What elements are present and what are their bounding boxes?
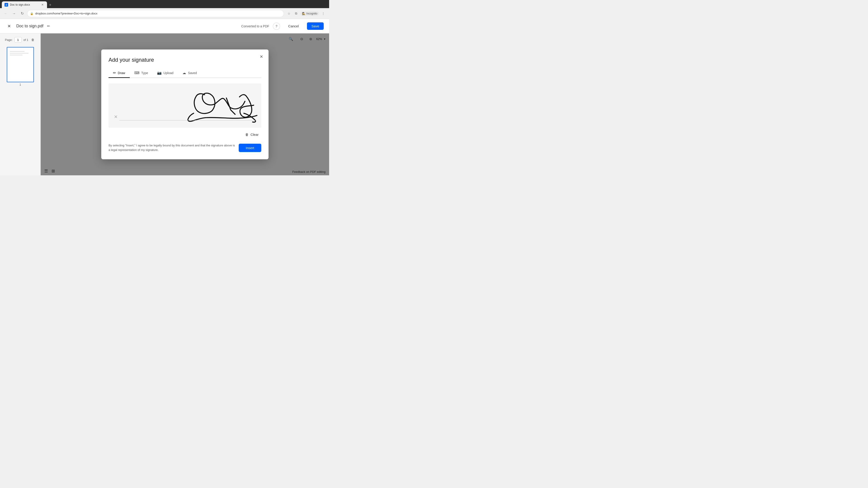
- delete-page-button[interactable]: 🗑: [30, 37, 35, 42]
- address-bar[interactable]: 🔒 dropbox.com/home?preview=Doc+to+sign.d…: [27, 10, 284, 17]
- signature-x-marker: ✕: [114, 114, 118, 120]
- modal-footer: By selecting "Insert," I agree to be leg…: [108, 143, 261, 152]
- url-text: dropbox.com/home?preview=Doc+to+sign.doc…: [35, 12, 281, 15]
- page-thumbnail-container: 1: [7, 47, 34, 86]
- draw-tab-icon: ✏: [113, 71, 116, 75]
- thumbnail-line-3: [10, 55, 22, 55]
- modal-title: Add your signature: [108, 57, 261, 63]
- clear-button[interactable]: 🗑 Clear: [243, 131, 261, 138]
- tab-upload[interactable]: 📷 Upload: [153, 68, 178, 78]
- signature-drawing: [108, 84, 261, 128]
- legal-text: By selecting "Insert," I agree to be leg…: [108, 143, 235, 152]
- clear-icon: 🗑: [245, 133, 249, 136]
- app-header-right: Converted to a PDF ? Cancel Save: [241, 22, 324, 30]
- main-content: 🔍 ⊖ ⊕ 62% ▾ ☰ ⊞ Feedback on PDF editing: [41, 33, 329, 175]
- modal-close-button[interactable]: ✕: [258, 53, 265, 60]
- lock-icon: 🔒: [30, 12, 33, 15]
- page-controls: Page: of 1 🗑: [5, 37, 36, 42]
- thumbnail-content: [10, 51, 31, 57]
- tab-saved[interactable]: ☁ Saved: [178, 68, 202, 78]
- browser-tab-bar: d Doc to sign.docx ✕ +: [0, 0, 329, 8]
- bookmark-button[interactable]: ☆: [286, 10, 292, 17]
- saved-tab-label: Saved: [188, 71, 197, 75]
- upload-tab-icon: 📷: [157, 71, 162, 75]
- app-close-button[interactable]: ✕: [5, 23, 13, 30]
- saved-tab-icon: ☁: [182, 71, 186, 75]
- tab-favicon: d: [4, 3, 8, 6]
- clear-label: Clear: [250, 133, 258, 136]
- app-header: ✕ Doc to sign.pdf ✏ Converted to a PDF ?…: [0, 19, 329, 33]
- new-tab-button[interactable]: +: [47, 2, 53, 8]
- forward-button[interactable]: →: [11, 10, 17, 17]
- signature-canvas[interactable]: ✕: [108, 84, 261, 128]
- tab-title: Doc to sign.docx: [10, 3, 39, 6]
- app-area: ✕ Doc to sign.pdf ✏ Converted to a PDF ?…: [0, 19, 329, 175]
- tab-draw[interactable]: ✏ Draw: [108, 68, 130, 78]
- upload-tab-label: Upload: [163, 71, 174, 75]
- refresh-button[interactable]: ↻: [19, 10, 25, 17]
- type-tab-icon: ⌨: [134, 71, 140, 75]
- incognito-label: Incognito: [306, 12, 317, 15]
- insert-button[interactable]: Insert: [239, 144, 261, 152]
- type-tab-label: Type: [141, 71, 148, 75]
- converted-label: Converted to a PDF: [241, 24, 269, 28]
- active-browser-tab[interactable]: d Doc to sign.docx ✕: [2, 1, 47, 8]
- address-bar-actions: ☆ ⧉ 🕵 Incognito ⋮: [286, 10, 327, 17]
- app-body: Page: of 1 🗑 1 🔍: [0, 33, 329, 175]
- refresh-icon: ↻: [21, 11, 24, 15]
- browser-menu-button[interactable]: ⋮: [320, 10, 327, 17]
- incognito-icon: 🕵: [302, 12, 305, 15]
- signature-tabs: ✏ Draw ⌨ Type 📷 Upload ☁: [108, 68, 261, 78]
- signature-modal: ✕ Add your signature ✏ Draw ⌨ Type: [101, 50, 269, 159]
- thumbnail-line-2: [10, 53, 29, 54]
- cancel-button[interactable]: Cancel: [284, 22, 303, 30]
- page-total-label: of 1: [24, 38, 29, 41]
- thumbnail-label: 1: [20, 83, 21, 86]
- incognito-badge: 🕵 Incognito: [300, 11, 319, 15]
- pip-button[interactable]: ⧉: [293, 10, 299, 17]
- actions-row: 🗑 Clear: [108, 131, 261, 138]
- signature-svg: [108, 86, 261, 125]
- signature-baseline: [119, 120, 256, 121]
- tab-type[interactable]: ⌨ Type: [130, 68, 153, 78]
- draw-tab-label: Draw: [118, 71, 125, 75]
- save-button[interactable]: Save: [307, 22, 324, 30]
- edit-title-button[interactable]: ✏: [47, 24, 50, 28]
- sidebar: Page: of 1 🗑 1: [0, 33, 41, 175]
- page-number-input[interactable]: [14, 37, 22, 42]
- address-bar-row: ← → ↻ 🔒 dropbox.com/home?preview=Doc+to+…: [0, 8, 329, 19]
- back-icon: ←: [4, 11, 8, 15]
- app-title: Doc to sign.pdf: [16, 24, 43, 29]
- back-button[interactable]: ←: [3, 10, 9, 17]
- tab-close-button[interactable]: ✕: [41, 3, 44, 6]
- modal-overlay: ✕ Add your signature ✏ Draw ⌨ Type: [41, 33, 329, 175]
- page-thumbnail[interactable]: [7, 47, 34, 82]
- page-label: Page:: [5, 38, 13, 41]
- thumbnail-line-1: [10, 51, 24, 52]
- forward-icon: →: [12, 11, 16, 15]
- help-button[interactable]: ?: [273, 23, 280, 30]
